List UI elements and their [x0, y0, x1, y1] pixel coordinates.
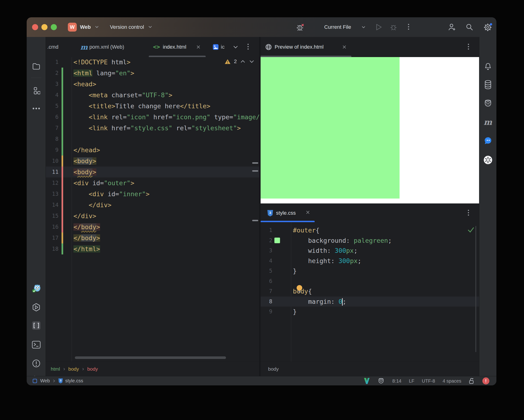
brackets-tool-icon[interactable]: [31, 320, 41, 331]
vcs-change-marker[interactable]: [61, 199, 63, 210]
services-icon[interactable]: [31, 302, 41, 312]
problems-icon[interactable]: [31, 358, 41, 369]
vim-plugin-icon[interactable]: [364, 378, 370, 384]
html-code-area[interactable]: 1<!DOCTYPE html>2<html lang="en">3<head>…: [46, 57, 259, 254]
breadcrumb-body[interactable]: body: [68, 366, 79, 372]
breadcrumb-body-error[interactable]: body: [87, 366, 98, 372]
line-number[interactable]: 2: [263, 235, 272, 246]
terminal-icon[interactable]: [31, 340, 41, 350]
debugger-disabled-icon[interactable]: [296, 23, 305, 31]
run-config-chevron-down-icon[interactable]: [362, 26, 365, 28]
vcs-change-marker[interactable]: [61, 145, 63, 155]
error-stripe-mark[interactable]: [252, 220, 258, 221]
project-tool-folder-icon[interactable]: [31, 61, 41, 71]
code-line[interactable]: 4 <meta charset="UTF-8">: [46, 90, 259, 101]
vcs-change-marker[interactable]: [61, 122, 63, 134]
vcs-change-marker[interactable]: [61, 155, 63, 166]
code-line[interactable]: 11<body>: [46, 166, 259, 178]
line-number[interactable]: 6: [46, 111, 59, 122]
prev-warning-chevron-icon[interactable]: [240, 60, 246, 63]
error-indicator-icon[interactable]: !: [482, 377, 489, 385]
inspection-widget[interactable]: 2: [225, 59, 254, 65]
line-number[interactable]: 6: [263, 276, 272, 286]
code-line[interactable]: 8 margin: 0;: [261, 297, 479, 307]
settings-gear-icon[interactable]: [483, 23, 492, 32]
line-number[interactable]: 8: [263, 297, 272, 307]
code-line[interactable]: 8: [46, 134, 259, 145]
css-vertical-scrollbar[interactable]: [475, 226, 476, 352]
line-number[interactable]: 1: [46, 57, 59, 68]
line-number[interactable]: 3: [46, 78, 59, 90]
copilot-status-icon[interactable]: [377, 378, 385, 384]
css-code-area[interactable]: 1#outer{2 background: palegreen;3 width:…: [261, 225, 479, 317]
vcs-menu[interactable]: Version control: [110, 17, 144, 37]
vcs-change-marker[interactable]: [61, 134, 63, 145]
file-encoding[interactable]: UTF-8: [422, 378, 435, 384]
code-line[interactable]: 13 <div id="inner">: [46, 189, 259, 199]
vcs-change-marker[interactable]: [61, 68, 63, 78]
code-line[interactable]: 18</html>: [46, 243, 259, 254]
code-line[interactable]: 5 <title>Title change here</title>: [46, 101, 259, 111]
status-file[interactable]: style.css: [65, 378, 83, 384]
more-tool-windows-icon[interactable]: [31, 103, 41, 114]
intention-bulb-icon[interactable]: [296, 285, 303, 293]
code-line[interactable]: 6: [261, 276, 479, 286]
code-line[interactable]: 7body{: [261, 286, 479, 297]
horizontal-scrollbar[interactable]: [75, 356, 226, 359]
color-swatch[interactable]: [274, 238, 280, 243]
line-number[interactable]: 10: [46, 155, 59, 166]
line-number[interactable]: 12: [46, 178, 59, 189]
maven-icon[interactable]: m: [483, 117, 493, 127]
code-line[interactable]: 7 <link href="style.css" rel="stylesheet…: [46, 122, 259, 134]
vcs-change-marker[interactable]: [61, 166, 63, 178]
code-line[interactable]: 1#outer{: [261, 225, 479, 235]
copilot-icon[interactable]: [483, 98, 493, 109]
error-stripe-mark[interactable]: [252, 162, 258, 164]
project-badge-icon[interactable]: W: [68, 23, 77, 32]
tab-cmd[interactable]: .cmd: [47, 37, 59, 57]
vcs-change-marker[interactable]: [61, 232, 63, 243]
zoom-window-icon[interactable]: [51, 24, 57, 30]
css-editor-pane[interactable]: 1#outer{2 background: palegreen;3 width:…: [261, 222, 479, 361]
line-number[interactable]: 14: [46, 199, 59, 210]
vcs-change-marker[interactable]: [61, 178, 63, 189]
run-icon[interactable]: [375, 23, 382, 31]
close-tab-icon[interactable]: [196, 45, 201, 49]
code-line[interactable]: 10<body>: [46, 155, 259, 166]
line-number[interactable]: 5: [263, 266, 272, 276]
code-line[interactable]: 12<div id="outer">: [46, 178, 259, 189]
minimize-window-icon[interactable]: [41, 24, 47, 30]
error-stripe-mark[interactable]: [252, 170, 258, 172]
line-number[interactable]: 3: [263, 246, 272, 256]
line-number[interactable]: 9: [46, 145, 59, 155]
code-line[interactable]: 16</body>: [46, 222, 259, 232]
search-icon[interactable]: [465, 23, 473, 31]
tab-pom[interactable]: pom.xml (Web): [89, 37, 124, 57]
vcs-change-marker[interactable]: [61, 222, 63, 232]
code-line[interactable]: 3<head>: [46, 78, 259, 90]
status-project[interactable]: Web: [40, 378, 50, 384]
line-number[interactable]: 17: [46, 232, 59, 243]
gopher-plugin-icon[interactable]: [31, 283, 41, 294]
line-number[interactable]: 13: [46, 189, 59, 199]
code-line[interactable]: 4 height: 300px;: [261, 256, 479, 266]
css-kebab-menu-icon[interactable]: [468, 210, 469, 216]
line-number[interactable]: 7: [263, 286, 272, 297]
vcs-change-marker[interactable]: [61, 189, 63, 199]
line-number[interactable]: 18: [46, 243, 59, 254]
code-line[interactable]: 2 background: palegreen;: [261, 235, 479, 246]
line-separator[interactable]: LF: [409, 378, 414, 384]
line-number[interactable]: 8: [46, 134, 59, 145]
unlocked-padlock-icon[interactable]: [469, 378, 475, 384]
line-number[interactable]: 11: [46, 166, 59, 178]
project-name[interactable]: Web: [80, 17, 91, 37]
line-number[interactable]: 7: [46, 122, 59, 134]
preview-kebab-menu-icon[interactable]: [468, 44, 469, 50]
css-tab-title[interactable]: style.css: [276, 203, 296, 223]
vcs-chevron-down-icon[interactable]: [148, 26, 152, 28]
chat-bubble-icon[interactable]: [483, 136, 493, 146]
breadcrumb-html[interactable]: html: [51, 366, 60, 372]
line-number[interactable]: 9: [263, 307, 272, 317]
code-line[interactable]: 5}: [261, 266, 479, 276]
code-line[interactable]: 15</div>: [46, 210, 259, 222]
